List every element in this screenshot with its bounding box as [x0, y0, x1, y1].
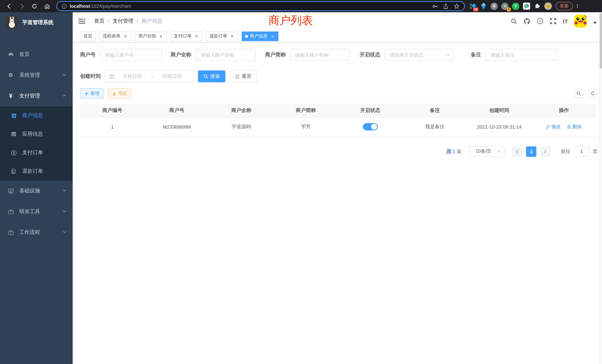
browser-profile-avatar[interactable]: [544, 2, 552, 10]
header-search-button[interactable]: [511, 18, 517, 24]
sidebar-item-dev-tools[interactable]: 研发工具: [0, 201, 73, 222]
tab-process-form[interactable]: 流程表单×: [99, 31, 131, 41]
full-name-input[interactable]: [196, 49, 255, 61]
url-bar[interactable]: localhost:1024/pay/merchant: [56, 1, 465, 11]
sidebar-item-pay-order[interactable]: 支付订单: [0, 143, 73, 162]
yen-icon: ¥: [7, 93, 14, 99]
add-button[interactable]: 新增: [80, 88, 104, 99]
sidebar-item-app-info[interactable]: 应用信息: [0, 125, 73, 143]
app-logo-row[interactable]: 芋道管理系统: [0, 12, 73, 33]
goto-suffix: 页: [593, 148, 598, 155]
tab-home[interactable]: 首页: [80, 31, 96, 41]
extension-gem-button[interactable]: [479, 2, 487, 10]
page-size-value[interactable]: [468, 146, 505, 157]
reload-button[interactable]: [30, 1, 39, 11]
extensions-puzzle-button[interactable]: [533, 2, 541, 10]
prev-page-button[interactable]: [512, 146, 522, 157]
close-icon[interactable]: ×: [229, 33, 235, 39]
url-text: localhost:1024/pay/merchant: [70, 3, 427, 9]
navbar-actions: ? tT: [511, 12, 597, 30]
tab-user-group[interactable]: 用户分组×: [135, 31, 167, 41]
sidebar-item-label: 系统管理: [19, 72, 62, 79]
sidebar-item-workflow[interactable]: 工作流程: [0, 222, 73, 243]
merchant-no-input[interactable]: [100, 49, 162, 61]
cell-status: [338, 117, 403, 136]
search-button[interactable]: 搜索: [198, 70, 225, 82]
tab-refund-order[interactable]: 退款订单×: [206, 31, 238, 41]
briefcase-icon: [7, 208, 14, 215]
delete-link[interactable]: 删除: [567, 123, 582, 130]
font-size-button[interactable]: tT: [563, 18, 568, 24]
chrome-update-button[interactable]: 更新: [556, 2, 573, 10]
sidebar-item-payment[interactable]: ¥ 支付管理: [0, 86, 73, 106]
avatar-caret-down-icon[interactable]: [593, 22, 597, 24]
status-select[interactable]: [385, 49, 454, 61]
extension-tiles-button[interactable]: 10: [469, 2, 477, 10]
back-button[interactable]: [4, 1, 14, 11]
y-logo-icon: Y: [512, 2, 519, 10]
extension-recorder-button[interactable]: 1: [501, 2, 509, 10]
page-size-select[interactable]: [468, 146, 505, 157]
user-avatar[interactable]: [574, 15, 587, 27]
next-page-button[interactable]: [540, 146, 550, 157]
password-key-button[interactable]: [432, 3, 438, 9]
chevron-down-icon: [62, 229, 67, 235]
monitor-chart-icon: [7, 188, 14, 194]
chevron-right-icon: [543, 150, 547, 153]
page-content: 商户号 商户全称 商户简称 开启状态 备注 创建时间 开始日期: [73, 49, 602, 157]
breadcrumb-current: 商户信息: [142, 18, 162, 24]
edit-link[interactable]: 修改: [546, 123, 561, 130]
bookmark-star-button[interactable]: [454, 3, 460, 9]
reload-icon: [32, 3, 37, 9]
payment-submenu: 商户信息 应用信息 支付订单: [0, 106, 73, 181]
scrollbar-thumb[interactable]: [600, 13, 602, 69]
sidebar-item-home[interactable]: 首页: [0, 44, 73, 65]
extension-badge: 10: [473, 7, 479, 11]
fullscreen-button[interactable]: [550, 18, 556, 24]
sidebar-item-system[interactable]: 系统管理: [0, 65, 73, 86]
col-full-name: 商户全称: [209, 104, 274, 117]
status-toggle-on[interactable]: [363, 123, 378, 130]
close-icon[interactable]: ×: [194, 33, 199, 39]
extension-chat-button[interactable]: [522, 2, 530, 10]
col-remark: 备注: [403, 104, 467, 117]
goto-page-input[interactable]: [574, 146, 589, 157]
help-button[interactable]: ?: [537, 18, 543, 24]
breadcrumb-home[interactable]: 首页: [94, 18, 105, 24]
tab-pay-order[interactable]: 支付订单×: [171, 31, 202, 41]
breadcrumb-payment[interactable]: 支付管理: [113, 18, 133, 24]
close-icon[interactable]: ×: [270, 33, 275, 39]
hide-search-button[interactable]: [574, 89, 583, 98]
end-date-placeholder[interactable]: 结束日期: [154, 73, 190, 80]
sidebar-item-label: 研发工具: [19, 208, 62, 215]
export-button[interactable]: 导出: [108, 88, 132, 99]
browser-menu-button[interactable]: ⋮: [575, 3, 580, 9]
create-time-range-picker[interactable]: 开始日期 - 结束日期: [105, 70, 194, 82]
filter-row-1: 商户号 商户全称 商户简称 开启状态 备注: [80, 49, 602, 61]
page-1-button[interactable]: 1: [526, 146, 536, 157]
page-scrollbar[interactable]: [599, 12, 602, 364]
extension-y-button[interactable]: Y: [512, 2, 520, 10]
reset-button[interactable]: 重置: [229, 70, 257, 82]
remark-input[interactable]: [486, 49, 557, 61]
github-button[interactable]: [523, 18, 530, 25]
refresh-icon: [591, 91, 595, 96]
share-button[interactable]: [443, 3, 449, 9]
status-select-input[interactable]: [385, 49, 454, 61]
short-name-input[interactable]: [290, 49, 350, 61]
home-button[interactable]: [42, 1, 52, 11]
sidebar-item-merchant-info[interactable]: 商户信息: [0, 106, 73, 125]
sidebar-item-refund-order[interactable]: 退款订单: [0, 162, 73, 181]
close-icon[interactable]: ×: [123, 33, 128, 39]
document-icon: [10, 168, 17, 174]
tab-merchant-info[interactable]: 商户信息×: [242, 31, 278, 41]
site-info-icon[interactable]: [62, 3, 67, 9]
forward-button[interactable]: [17, 1, 27, 11]
create-time-label: 创建时间: [80, 73, 101, 80]
refresh-table-button[interactable]: [588, 89, 598, 98]
sidebar-fold-button[interactable]: [79, 18, 85, 24]
sidebar-item-infrastructure[interactable]: 基础设施: [0, 181, 73, 201]
close-icon[interactable]: ×: [158, 33, 163, 39]
start-date-placeholder[interactable]: 开始日期: [115, 73, 150, 80]
extension-command-button[interactable]: ⌘: [490, 2, 498, 10]
